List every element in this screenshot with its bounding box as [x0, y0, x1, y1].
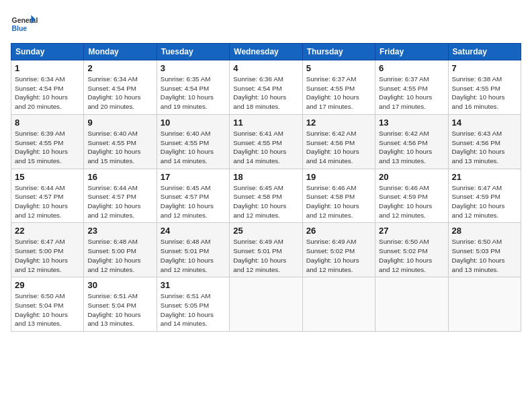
day-info: Sunrise: 6:37 AMSunset: 4:55 PMDaylight:…	[306, 75, 359, 110]
calendar-week-4: 22 Sunrise: 6:47 AMSunset: 5:00 PMDaylig…	[11, 223, 521, 277]
day-info: Sunrise: 6:46 AMSunset: 4:58 PMDaylight:…	[306, 184, 359, 219]
day-info: Sunrise: 6:34 AMSunset: 4:54 PMDaylight:…	[15, 75, 68, 110]
day-info: Sunrise: 6:44 AMSunset: 4:57 PMDaylight:…	[15, 184, 68, 219]
calendar-cell: 30 Sunrise: 6:51 AMSunset: 5:04 PMDaylig…	[84, 277, 157, 332]
day-info: Sunrise: 6:49 AMSunset: 5:02 PMDaylight:…	[306, 238, 359, 273]
calendar-cell: 13 Sunrise: 6:42 AMSunset: 4:56 PMDaylig…	[375, 114, 448, 169]
calendar-cell: 6 Sunrise: 6:37 AMSunset: 4:55 PMDayligh…	[375, 60, 448, 115]
day-info: Sunrise: 6:45 AMSunset: 4:57 PMDaylight:…	[161, 184, 214, 219]
calendar-table: SundayMondayTuesdayWednesdayThursdayFrid…	[11, 43, 521, 332]
calendar-cell: 22 Sunrise: 6:47 AMSunset: 5:00 PMDaylig…	[11, 223, 84, 277]
calendar-cell: 17 Sunrise: 6:45 AMSunset: 4:57 PMDaylig…	[157, 169, 229, 223]
day-number: 19	[306, 172, 371, 182]
calendar-cell: 9 Sunrise: 6:40 AMSunset: 4:55 PMDayligh…	[84, 114, 157, 169]
calendar-cell: 7 Sunrise: 6:38 AMSunset: 4:55 PMDayligh…	[448, 60, 521, 115]
day-number: 14	[452, 118, 517, 128]
day-info: Sunrise: 6:51 AMSunset: 5:05 PMDaylight:…	[161, 292, 214, 327]
calendar-cell: 2 Sunrise: 6:34 AMSunset: 4:54 PMDayligh…	[84, 60, 157, 115]
day-info: Sunrise: 6:41 AMSunset: 4:55 PMDaylight:…	[233, 130, 286, 165]
day-number: 28	[452, 226, 517, 236]
calendar-cell: 20 Sunrise: 6:46 AMSunset: 4:59 PMDaylig…	[375, 169, 448, 223]
column-header-thursday: Thursday	[302, 44, 375, 60]
day-info: Sunrise: 6:38 AMSunset: 4:55 PMDaylight:…	[452, 75, 505, 110]
calendar-cell	[448, 277, 521, 332]
calendar-cell: 5 Sunrise: 6:37 AMSunset: 4:55 PMDayligh…	[302, 60, 375, 115]
day-info: Sunrise: 6:39 AMSunset: 4:55 PMDaylight:…	[15, 130, 68, 165]
calendar-cell: 24 Sunrise: 6:48 AMSunset: 5:01 PMDaylig…	[157, 223, 229, 277]
svg-text:Blue: Blue	[12, 25, 28, 32]
day-number: 7	[452, 63, 517, 73]
day-number: 18	[233, 172, 298, 182]
calendar-cell: 27 Sunrise: 6:50 AMSunset: 5:02 PMDaylig…	[375, 223, 448, 277]
calendar-cell: 1 Sunrise: 6:34 AMSunset: 4:54 PMDayligh…	[11, 60, 84, 115]
day-info: Sunrise: 6:40 AMSunset: 4:55 PMDaylight:…	[161, 130, 214, 165]
column-header-saturday: Saturday	[448, 44, 521, 60]
day-number: 27	[379, 226, 444, 236]
day-info: Sunrise: 6:49 AMSunset: 5:01 PMDaylight:…	[233, 238, 286, 273]
day-info: Sunrise: 6:50 AMSunset: 5:03 PMDaylight:…	[452, 238, 505, 273]
day-info: Sunrise: 6:46 AMSunset: 4:59 PMDaylight:…	[379, 184, 432, 219]
column-header-sunday: Sunday	[11, 44, 84, 60]
day-info: Sunrise: 6:47 AMSunset: 4:59 PMDaylight:…	[452, 184, 505, 219]
calendar-week-1: 1 Sunrise: 6:34 AMSunset: 4:54 PMDayligh…	[11, 60, 521, 115]
day-number: 11	[233, 118, 298, 128]
day-info: Sunrise: 6:48 AMSunset: 5:01 PMDaylight:…	[161, 238, 214, 273]
day-info: Sunrise: 6:42 AMSunset: 4:56 PMDaylight:…	[379, 130, 432, 165]
day-number: 15	[15, 172, 80, 182]
day-info: Sunrise: 6:36 AMSunset: 4:54 PMDaylight:…	[233, 75, 286, 110]
day-number: 25	[233, 226, 298, 236]
day-info: Sunrise: 6:51 AMSunset: 5:04 PMDaylight:…	[87, 292, 140, 327]
calendar-week-2: 8 Sunrise: 6:39 AMSunset: 4:55 PMDayligh…	[11, 114, 521, 169]
day-info: Sunrise: 6:50 AMSunset: 5:04 PMDaylight:…	[15, 292, 68, 327]
day-info: Sunrise: 6:48 AMSunset: 5:00 PMDaylight:…	[87, 238, 140, 273]
calendar-cell: 29 Sunrise: 6:50 AMSunset: 5:04 PMDaylig…	[11, 277, 84, 332]
day-number: 6	[379, 63, 444, 73]
day-number: 10	[161, 118, 226, 128]
calendar-cell: 25 Sunrise: 6:49 AMSunset: 5:01 PMDaylig…	[230, 223, 302, 277]
calendar-cell	[302, 277, 375, 332]
calendar-cell	[230, 277, 302, 332]
day-number: 23	[87, 226, 152, 236]
day-number: 29	[15, 280, 80, 290]
day-number: 13	[379, 118, 444, 128]
day-info: Sunrise: 6:45 AMSunset: 4:58 PMDaylight:…	[233, 184, 286, 219]
day-number: 21	[452, 172, 517, 182]
day-number: 20	[379, 172, 444, 182]
day-info: Sunrise: 6:35 AMSunset: 4:54 PMDaylight:…	[161, 75, 214, 110]
calendar-cell: 3 Sunrise: 6:35 AMSunset: 4:54 PMDayligh…	[157, 60, 229, 115]
column-header-tuesday: Tuesday	[157, 44, 229, 60]
day-info: Sunrise: 6:40 AMSunset: 4:55 PMDaylight:…	[87, 130, 140, 165]
day-info: Sunrise: 6:47 AMSunset: 5:00 PMDaylight:…	[15, 238, 68, 273]
day-number: 1	[15, 63, 80, 73]
calendar-cell: 18 Sunrise: 6:45 AMSunset: 4:58 PMDaylig…	[230, 169, 302, 223]
day-info: Sunrise: 6:42 AMSunset: 4:56 PMDaylight:…	[306, 130, 359, 165]
column-header-monday: Monday	[84, 44, 157, 60]
calendar-cell: 11 Sunrise: 6:41 AMSunset: 4:55 PMDaylig…	[230, 114, 302, 169]
column-header-friday: Friday	[375, 44, 448, 60]
day-info: Sunrise: 6:37 AMSunset: 4:55 PMDaylight:…	[379, 75, 432, 110]
day-info: Sunrise: 6:43 AMSunset: 4:56 PMDaylight:…	[452, 130, 505, 165]
calendar-cell: 8 Sunrise: 6:39 AMSunset: 4:55 PMDayligh…	[11, 114, 84, 169]
day-number: 2	[87, 63, 152, 73]
day-number: 24	[161, 226, 226, 236]
column-header-wednesday: Wednesday	[230, 44, 302, 60]
day-number: 16	[87, 172, 152, 182]
logo: General Blue	[11, 11, 40, 38]
calendar-cell: 4 Sunrise: 6:36 AMSunset: 4:54 PMDayligh…	[230, 60, 302, 115]
page-header: General Blue	[11, 11, 521, 38]
calendar-cell: 28 Sunrise: 6:50 AMSunset: 5:03 PMDaylig…	[448, 223, 521, 277]
calendar-cell: 21 Sunrise: 6:47 AMSunset: 4:59 PMDaylig…	[448, 169, 521, 223]
day-number: 22	[15, 226, 80, 236]
calendar-week-5: 29 Sunrise: 6:50 AMSunset: 5:04 PMDaylig…	[11, 277, 521, 332]
calendar-cell: 12 Sunrise: 6:42 AMSunset: 4:56 PMDaylig…	[302, 114, 375, 169]
day-info: Sunrise: 6:50 AMSunset: 5:02 PMDaylight:…	[379, 238, 432, 273]
calendar-cell: 10 Sunrise: 6:40 AMSunset: 4:55 PMDaylig…	[157, 114, 229, 169]
calendar-cell: 23 Sunrise: 6:48 AMSunset: 5:00 PMDaylig…	[84, 223, 157, 277]
calendar-cell: 14 Sunrise: 6:43 AMSunset: 4:56 PMDaylig…	[448, 114, 521, 169]
day-info: Sunrise: 6:34 AMSunset: 4:54 PMDaylight:…	[87, 75, 140, 110]
day-number: 31	[161, 280, 226, 290]
calendar-cell	[375, 277, 448, 332]
calendar-cell: 31 Sunrise: 6:51 AMSunset: 5:05 PMDaylig…	[157, 277, 229, 332]
day-number: 3	[161, 63, 226, 73]
day-number: 12	[306, 118, 371, 128]
